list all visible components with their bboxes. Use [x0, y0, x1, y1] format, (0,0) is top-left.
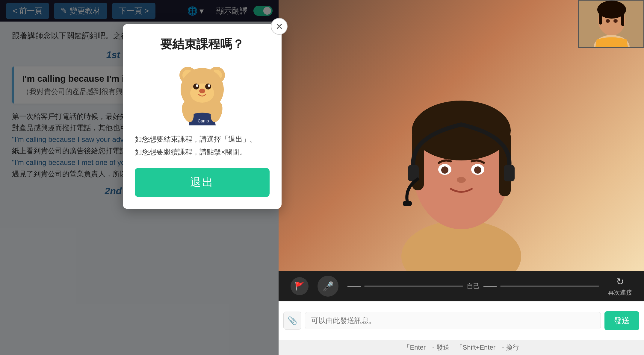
- chat-area: 📎 發送 「Enter」- 發送 「Shift+Enter」- 換行: [279, 301, 644, 355]
- volume-dash-label: ——: [347, 282, 361, 290]
- modal-desc-line1: 如您想要結束課程，請選擇「退出」。: [135, 133, 270, 145]
- send-button[interactable]: 發送: [604, 311, 639, 330]
- modal-exit-button[interactable]: 退出: [135, 168, 270, 197]
- svg-text:Camp: Camp: [198, 119, 209, 123]
- svg-point-29: [193, 84, 199, 89]
- self-bar: [500, 286, 599, 287]
- reconnect-icon: ↻: [616, 276, 624, 287]
- attach-icon: 📎: [288, 316, 297, 325]
- volume-bar: [364, 286, 463, 287]
- reconnect-button[interactable]: ↻ 再次連接: [608, 276, 632, 297]
- modal-desc-line2: 如您想要繼續課程，請點擊×關閉。: [135, 145, 270, 158]
- attach-button[interactable]: 📎: [283, 312, 301, 330]
- svg-point-13: [457, 177, 466, 183]
- svg-point-11: [441, 166, 448, 174]
- video-area: [279, 0, 644, 271]
- svg-point-19: [606, 19, 610, 23]
- chat-input[interactable]: [305, 312, 601, 329]
- right-panel: 🚩 🎤 —— 自己 —— ↻ 再次連接 📎 發送 「Enter」- 發送 「Sh…: [279, 0, 644, 355]
- svg-point-31: [196, 84, 198, 87]
- chat-hint: 「Enter」- 發送 「Shift+Enter」- 換行: [279, 340, 644, 355]
- svg-point-3: [412, 101, 511, 160]
- student-video-thumb: [578, 0, 644, 48]
- modal-dialog: ✕ 要結束課程嗎？: [123, 24, 282, 209]
- modal-title: 要結束課程嗎？: [135, 36, 270, 52]
- svg-point-32: [208, 84, 210, 87]
- self-label: 自己: [467, 282, 480, 291]
- bear-mascot: Camp: [172, 60, 232, 125]
- chat-input-row: 📎 發送: [279, 301, 644, 340]
- flag-button[interactable]: 🚩: [291, 277, 309, 295]
- self-dash-label: ——: [483, 282, 497, 290]
- svg-rect-7: [504, 165, 515, 181]
- modal-description: 如您想要結束課程，請選擇「退出」。 如您想要繼續課程，請點擊×關閉。: [135, 133, 270, 158]
- modal-bear-image: Camp: [135, 60, 270, 125]
- video-controls: 🚩 🎤 —— 自己 —— ↻ 再次連接: [279, 271, 644, 301]
- svg-point-33: [199, 89, 205, 93]
- svg-rect-18: [621, 10, 624, 26]
- svg-point-20: [613, 19, 618, 23]
- svg-point-12: [474, 166, 481, 174]
- volume-section: —— 自己 ——: [347, 282, 599, 291]
- svg-rect-8: [403, 201, 412, 206]
- svg-point-30: [205, 84, 211, 89]
- modal-overlay: ✕ 要結束課程嗎？: [0, 0, 279, 355]
- modal-close-button[interactable]: ✕: [271, 18, 288, 35]
- mic-button[interactable]: 🎤: [318, 276, 338, 297]
- svg-rect-17: [599, 10, 602, 25]
